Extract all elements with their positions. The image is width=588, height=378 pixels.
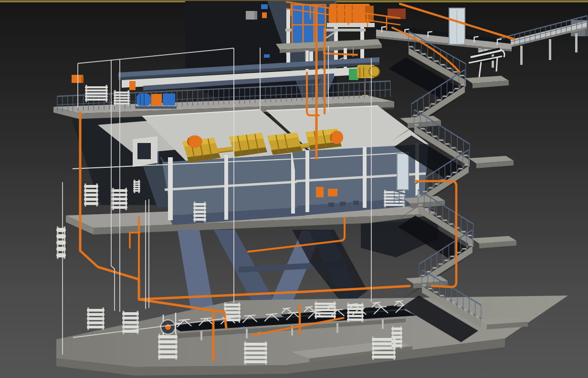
panel-bar (372, 356, 396, 358)
panel-bar (158, 355, 178, 358)
panel-bar (193, 207, 206, 209)
slat-panel (158, 334, 178, 360)
belt-conveyor (382, 319, 384, 329)
panel-bar (85, 89, 108, 91)
panel-bar (85, 92, 108, 94)
truss-conveyor (496, 57, 497, 72)
panel-bar (85, 86, 108, 88)
vibrating-screen-right (363, 147, 367, 208)
panel-bar (133, 184, 140, 185)
panel-bar (391, 344, 402, 347)
distant-walkway (549, 39, 551, 60)
panel-bar (193, 211, 206, 213)
slat-panel (347, 303, 364, 322)
panel-bar (224, 304, 241, 306)
application-window (0, 0, 588, 378)
pipe-valves (236, 333, 239, 336)
access-door-mid[interactable] (397, 153, 409, 190)
panel-bar (56, 234, 66, 238)
drive-motor-orange (329, 4, 370, 24)
slat-panel (87, 307, 105, 330)
panel-bar (87, 321, 105, 324)
walkway-drive-unit (136, 106, 177, 109)
panel-bar (315, 303, 336, 305)
screen-box-orange[interactable] (328, 189, 337, 196)
panel-bar (244, 347, 267, 350)
slat-panel (85, 85, 108, 102)
panel-bar (391, 336, 402, 339)
panel-bar (158, 350, 178, 354)
panel-bar (244, 343, 267, 346)
gearbox-orange (151, 94, 162, 106)
panel-bar (56, 228, 66, 232)
slat-panel (391, 326, 402, 348)
panel-bar (347, 311, 364, 314)
panel-bar (347, 318, 364, 321)
wall-box-orange-2[interactable] (129, 81, 136, 90)
distant-walkway (520, 46, 523, 65)
vibrating-screen-right (328, 203, 334, 207)
active-viewport-border (0, 0, 588, 1)
panel-bar (133, 190, 140, 192)
panel-bar (122, 317, 139, 319)
floating-boxes (264, 54, 270, 58)
panel-bar (114, 94, 130, 96)
concrete-floor-upper (81, 76, 84, 83)
panel-bar (391, 340, 402, 343)
panel-bar (391, 327, 402, 330)
electrical-panel-blue[interactable] (292, 5, 326, 45)
panel-bar (114, 102, 130, 104)
belt-conveyor (336, 323, 338, 333)
panel-bar (56, 241, 66, 245)
panel-bar (85, 95, 108, 97)
panel-bar (158, 345, 178, 348)
panel-bar (85, 99, 108, 101)
vibrator-motor-orange (187, 135, 202, 148)
slat-panel (114, 90, 130, 106)
belt-conveyor (246, 329, 248, 338)
slat-panel (56, 226, 66, 259)
panel-bar (372, 351, 396, 354)
panel-bar (56, 253, 66, 257)
panel-bar (122, 321, 139, 324)
walkway-drive-unit[interactable] (136, 93, 177, 109)
vibrating-screen-right (353, 201, 359, 205)
vibrating-screen-left (137, 143, 151, 159)
panel-bar (193, 215, 206, 217)
slat-panel (244, 341, 267, 365)
floating-boxes (254, 11, 257, 20)
panel-bar (193, 203, 206, 205)
panel-bar (133, 185, 140, 187)
panel-bar (114, 97, 130, 99)
panel-bar (84, 189, 98, 192)
slat-panel (193, 202, 206, 222)
panel-bar (114, 92, 130, 93)
panel-bar (244, 351, 267, 354)
panel-bar (56, 247, 66, 251)
panel-bar (158, 335, 178, 338)
panel-bar (347, 315, 364, 317)
panel-bar (244, 356, 267, 359)
panel-bar (315, 309, 336, 311)
panel-bar (133, 188, 140, 189)
slat-panel (133, 180, 140, 193)
slat-panel (84, 184, 98, 206)
panel-bar (87, 326, 105, 328)
panel-bar (347, 308, 364, 310)
panel-bar (315, 312, 336, 314)
panel-bar (114, 100, 130, 102)
panel-bar (315, 306, 336, 308)
vibrator-motor-orange (331, 131, 343, 144)
panel-bar (224, 307, 241, 310)
vibrating-screen-right (340, 202, 346, 206)
terminal-box-blue (163, 93, 175, 105)
vibrating-screen-left (168, 157, 173, 220)
slat-panel (315, 301, 336, 319)
viewport-3d[interactable] (0, 0, 588, 378)
access-door-upper[interactable] (449, 8, 465, 44)
floating-boxes (261, 4, 268, 9)
belt-conveyor (200, 331, 202, 340)
panel-bar (391, 332, 402, 335)
panel-bar (158, 340, 178, 344)
screen-box-orange[interactable] (316, 187, 324, 197)
